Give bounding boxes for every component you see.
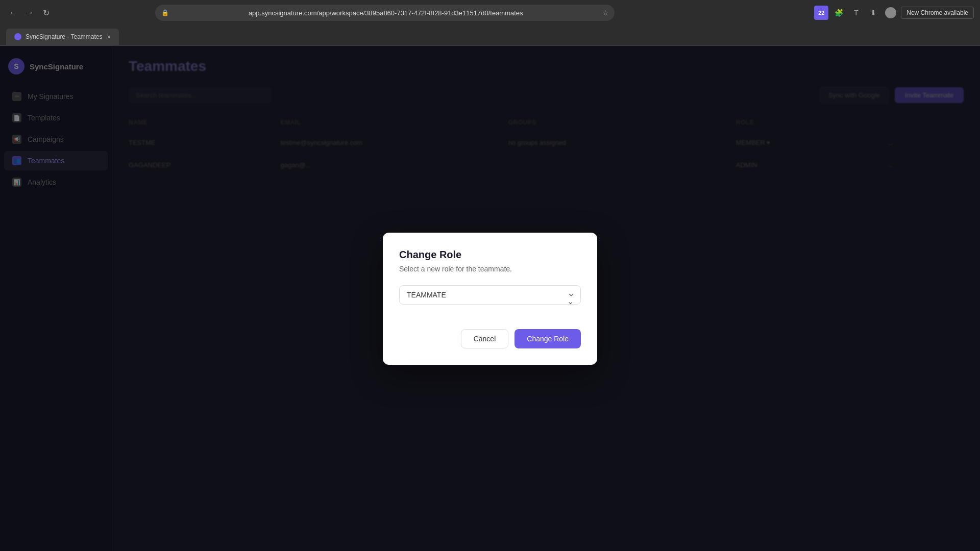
browser-tabs: SyncSignature - Teammates ✕ xyxy=(0,26,980,45)
tab-close-button[interactable]: ✕ xyxy=(107,34,111,40)
reload-button[interactable]: ↻ xyxy=(39,6,53,20)
browser-toolbar: ← → ↻ 🔒 app.syncsignature.com/app/worksp… xyxy=(0,0,980,26)
tab-title: SyncSignature - Teammates xyxy=(26,33,103,40)
star-icon: ☆ xyxy=(603,9,608,16)
modal-title: Change Role xyxy=(399,249,581,261)
cancel-button[interactable]: Cancel xyxy=(461,329,509,348)
role-select-wrapper: TEAMMATE MEMBER ADMIN OWNER xyxy=(399,285,581,317)
forward-button[interactable]: → xyxy=(22,6,37,20)
new-chrome-badge[interactable]: New Chrome available xyxy=(901,7,974,19)
lock-icon: 🔒 xyxy=(161,9,169,16)
url-text: app.syncsignature.com/app/workspace/3895… xyxy=(173,9,599,17)
browser-chrome: ← → ↻ 🔒 app.syncsignature.com/app/worksp… xyxy=(0,0,980,46)
extension-icon-1[interactable]: 22 xyxy=(814,6,828,20)
extension-icon-3[interactable]: T xyxy=(849,6,863,20)
role-select[interactable]: TEAMMATE MEMBER ADMIN OWNER xyxy=(399,285,581,305)
extension-icon-4[interactable]: ⬇ xyxy=(866,6,880,20)
modal-overlay: Change Role Select a new role for the te… xyxy=(0,46,980,551)
active-tab[interactable]: SyncSignature - Teammates ✕ xyxy=(6,29,119,45)
extension-icon-2[interactable]: 🧩 xyxy=(831,6,846,20)
change-role-button[interactable]: Change Role xyxy=(514,329,581,348)
tab-favicon xyxy=(14,33,21,40)
address-bar[interactable]: 🔒 app.syncsignature.com/app/workspace/38… xyxy=(155,5,615,21)
app-wrapper: S SyncSignature ✏ My Signatures 📄 Templa… xyxy=(0,46,980,551)
profile-icon[interactable] xyxy=(884,6,898,20)
modal-actions: Cancel Change Role xyxy=(399,329,581,348)
back-button[interactable]: ← xyxy=(6,6,20,20)
browser-action-buttons: 22 🧩 T ⬇ New Chrome available xyxy=(814,6,974,20)
modal-subtitle: Select a new role for the teammate. xyxy=(399,265,581,273)
change-role-modal: Change Role Select a new role for the te… xyxy=(383,233,597,365)
nav-buttons: ← → ↻ xyxy=(6,6,53,20)
